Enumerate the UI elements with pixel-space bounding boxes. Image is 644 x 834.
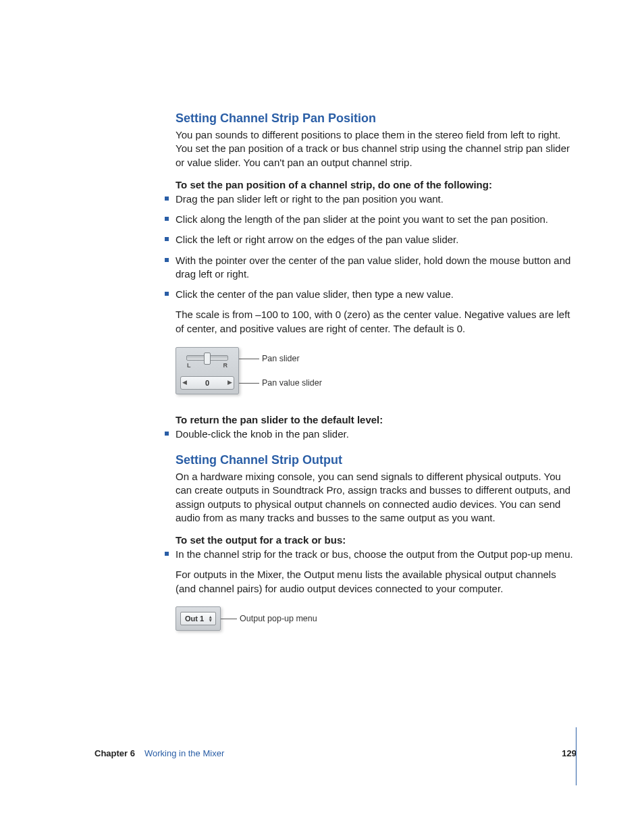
list-item: Click along the length of the pan slider… — [176, 213, 573, 226]
stepper-arrows-icon[interactable]: ▲▼ — [208, 615, 213, 622]
para-output-mixer: For outputs in the Mixer, the Output men… — [176, 568, 573, 596]
list-item: Click the center of the pan value slider… — [176, 288, 573, 301]
callout-pan-slider: Pan slider — [262, 354, 300, 363]
pan-label-right: R — [223, 362, 228, 369]
footer-chapter: Chapter 6 — [95, 748, 135, 758]
list-item: Double-click the knob in the pan slider. — [176, 427, 573, 441]
list-set-output: In the channel strip for the track or bu… — [176, 548, 573, 561]
output-widget: Out 1 ▲▼ — [176, 606, 221, 631]
arrow-left-icon[interactable]: ◀ — [182, 380, 187, 386]
heading-pan-position: Setting Channel Strip Pan Position — [176, 111, 573, 126]
callout-pan-value-slider: Pan value slider — [262, 378, 322, 388]
callout-output-popup: Output pop-up menu — [240, 614, 317, 623]
list-item: In the channel strip for the track or bu… — [176, 548, 573, 561]
leadin-set-output: To set the output for a track or bus: — [176, 534, 573, 546]
list-reset-pan: Double-click the knob in the pan slider. — [176, 427, 573, 441]
pan-value-number[interactable]: 0 — [205, 379, 209, 387]
leadin-set-pan: To set the pan position of a channel str… — [176, 179, 573, 190]
output-selected-label: Out 1 — [185, 615, 204, 623]
pan-slider[interactable]: L R — [180, 352, 234, 372]
figure-output-menu: Out 1 ▲▼ Output pop-up menu — [176, 606, 573, 631]
pan-knob[interactable] — [204, 353, 211, 365]
pan-value-slider[interactable]: ◀ 0 ▶ — [180, 376, 234, 390]
footer-page-number: 129 — [562, 748, 576, 758]
arrow-right-icon[interactable]: ▶ — [227, 380, 232, 386]
list-item: With the pointer over the center of the … — [176, 254, 573, 282]
figure-pan-slider: L R ◀ 0 ▶ Pan slider Pan value slider — [176, 346, 573, 395]
page: Setting Channel Strip Pan Position You p… — [0, 0, 644, 834]
list-set-pan: Drag the pan slider left or right to the… — [176, 192, 573, 302]
para-pan-scale: The scale is from –100 to 100, with 0 (z… — [176, 308, 573, 336]
heading-channel-output: Setting Channel Strip Output — [176, 453, 573, 467]
footer-title: Working in the Mixer — [144, 748, 224, 758]
para-pan-intro: You pan sounds to different positions to… — [176, 128, 573, 170]
pan-label-left: L — [187, 362, 191, 369]
para-output-intro: On a hardware mixing console, you can se… — [176, 470, 573, 525]
list-item: Click the left or right arrow on the edg… — [176, 233, 573, 246]
footer-rule — [576, 727, 576, 785]
page-footer: Chapter 6 Working in the Mixer 129 — [95, 748, 576, 758]
leadin-reset-pan: To return the pan slider to the default … — [176, 414, 573, 425]
pan-widget: L R ◀ 0 ▶ — [176, 347, 239, 394]
list-item: Drag the pan slider left or right to the… — [176, 192, 573, 206]
output-popup-menu[interactable]: Out 1 ▲▼ — [180, 612, 216, 625]
